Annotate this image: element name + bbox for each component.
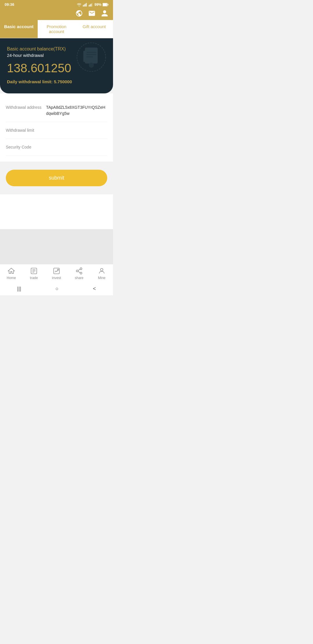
tab-promotion-account[interactable]: Promotion account [38,20,75,38]
card-watermark [75,41,107,74]
nav-home[interactable]: Home [0,267,23,280]
nav-trade-label: trade [30,276,38,280]
nav-share[interactable]: share [68,267,90,280]
svg-rect-10 [108,4,109,5]
bottom-nav: Home trade invest share [0,264,113,282]
security-code-input[interactable] [37,144,107,149]
invest-icon [53,267,60,275]
svg-rect-3 [86,3,87,6]
globe-icon[interactable] [75,10,83,17]
form-section: Withdrawal address TApA8dZL5x8XGT3FUYrQS… [0,93,113,162]
nav-share-label: share [75,276,83,280]
status-icons: 99% [77,3,108,7]
gray-area [0,229,113,264]
wifi-icon [77,3,82,7]
svg-rect-2 [85,3,85,6]
battery-label: 99% [94,3,101,7]
svg-rect-4 [89,5,89,6]
svg-rect-5 [90,4,90,6]
nav-invest-label: invest [52,276,61,280]
svg-rect-13 [83,51,87,62]
withdrawal-limit-row: Withdrawal limit [6,122,107,139]
nav-mine[interactable]: Mine [90,267,113,280]
time: 09:36 [5,2,14,7]
system-back-button[interactable]: < [93,286,96,292]
header-icons [0,8,113,20]
svg-point-24 [80,268,82,270]
share-icon [75,267,83,275]
trade-icon [30,267,38,275]
tab-bar: Basic account Promotion account Gift acc… [0,20,113,38]
nav-invest[interactable]: invest [45,267,68,280]
status-bar: 09:36 99% [0,0,113,8]
security-code-row: Security Code [6,139,107,156]
nav-mine-label: Mine [98,276,105,280]
svg-line-28 [78,269,80,270]
svg-line-27 [78,272,80,273]
daily-limit: Daily withdrawal limit: 5.750000 [7,79,106,84]
svg-rect-9 [103,3,107,6]
svg-rect-12 [85,48,98,64]
svg-point-23 [57,269,59,270]
security-code-label: Security Code [6,144,32,150]
svg-point-26 [80,272,82,274]
withdrawal-address-label: Withdrawal address [6,104,41,111]
tab-gift-account[interactable]: Gift account [75,20,113,38]
signal-icon-2 [89,3,93,7]
profile-icon[interactable] [101,10,108,17]
system-home-button[interactable]: ○ [55,286,59,292]
nav-home-label: Home [7,276,16,280]
home-icon [8,267,15,275]
system-nav: ||| ○ < [0,282,113,295]
svg-rect-22 [54,268,59,274]
svg-rect-0 [83,5,83,6]
nav-trade[interactable]: trade [23,267,45,280]
withdrawal-limit-input[interactable] [39,127,107,132]
main-spacer [0,194,113,229]
signal-icon [83,3,88,7]
user-icon [98,267,105,275]
balance-card: Basic account balance(TRX) 24-hour withd… [0,38,113,93]
svg-point-29 [101,268,103,271]
svg-rect-7 [92,3,92,6]
mail-icon[interactable] [88,10,96,17]
battery-icon [103,3,108,6]
svg-point-14 [89,63,94,68]
withdrawal-address-row: Withdrawal address TApA8dZL5x8XGT3FUYrQS… [6,99,107,122]
svg-rect-1 [84,4,85,6]
svg-rect-6 [91,3,91,6]
system-menu-button[interactable]: ||| [17,286,21,292]
svg-point-25 [76,270,78,272]
submit-button[interactable]: submit [6,170,107,186]
tab-basic-account[interactable]: Basic account [0,20,38,38]
withdrawal-address-value: TApA8dZL5x8XGT3FUYrQSZeHdqwibBYg5w [46,104,107,117]
withdrawal-limit-label: Withdrawal limit [6,127,34,133]
